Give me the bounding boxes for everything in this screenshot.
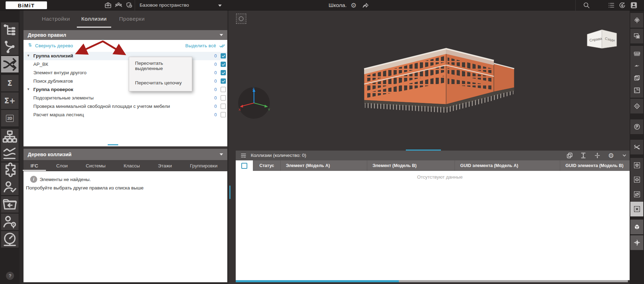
cube-view-button[interactable] (630, 220, 643, 234)
copy-icon[interactable] (566, 152, 573, 159)
tab-checks[interactable]: Проверки (113, 11, 151, 27)
tab-floors[interactable]: Этажи (158, 163, 172, 168)
structure-tree-icon[interactable] (1, 22, 19, 39)
tab-groups[interactable]: Группировки (190, 163, 217, 168)
notifications-sync-icon[interactable] (618, 1, 626, 9)
navigation-cube[interactable]: Справа Сзади (584, 27, 619, 53)
tab-collisions[interactable]: Коллизии (75, 11, 113, 27)
column-guid-a[interactable]: GUID элемента (Модель А) (455, 160, 560, 171)
collision-tree-body: i Элементы не найдены. Попробуйте выбрат… (24, 171, 227, 282)
twod-docs-icon[interactable]: 2D (1, 110, 19, 126)
menu-item-recalc-chain[interactable]: Пересчитать цепочку (129, 74, 192, 91)
account-icon[interactable] (630, 1, 638, 9)
caret-down-icon[interactable]: ▾ (27, 53, 29, 58)
building-model[interactable] (351, 39, 519, 114)
sum-add-icon[interactable]: Σ+ (1, 92, 19, 109)
app-logo[interactable]: BiMiT (6, 1, 47, 9)
rule-checkbox[interactable] (221, 78, 226, 84)
projects-icon[interactable] (104, 1, 112, 9)
locate-icon[interactable] (630, 99, 643, 113)
table-settings-icon[interactable]: ⚙ (607, 152, 615, 159)
tab-systems[interactable]: Системы (86, 163, 106, 168)
column-element-b[interactable]: Элемент (Модель B) (367, 160, 455, 171)
collapse-tree-icon[interactable]: ⇅ (28, 42, 32, 48)
show-elements-icon[interactable] (630, 172, 643, 187)
tree-row[interactable]: Поиск дубликатов 0 (24, 77, 227, 85)
table-menu-icon[interactable] (240, 152, 248, 159)
collision-tree-header[interactable]: Дерево коллизий (24, 149, 227, 160)
sum-icon[interactable]: Σ (1, 75, 19, 91)
user-location-icon[interactable] (1, 214, 19, 230)
rule-checkbox[interactable] (221, 62, 226, 67)
table-scrollbar-track[interactable] (236, 280, 628, 282)
dashboard-gauge-icon[interactable] (1, 231, 19, 248)
column-status[interactable]: Статус (253, 160, 281, 171)
collisions-table-panel: Коллизии (количество: 0) ⚙ Статус Элемен… (236, 150, 644, 282)
tree-row[interactable]: ▾ Группа проверок 0 (24, 85, 227, 94)
collapse-panel-icon[interactable] (620, 152, 628, 159)
tree-row[interactable]: Подозрительные элементы 0 (24, 94, 227, 102)
rules-tree-header[interactable]: Дерево правил (24, 30, 227, 40)
help-button[interactable]: ? (6, 272, 14, 280)
workspace-selector[interactable]: Базовое пространство (140, 0, 189, 11)
chevron-down-icon[interactable] (220, 153, 223, 155)
hide-elements-icon[interactable] (630, 187, 643, 202)
tree-row[interactable]: Элемент внтури другого 0 (24, 69, 227, 77)
rule-checkbox[interactable] (221, 70, 226, 75)
folder-import-icon[interactable] (1, 196, 19, 213)
floorplan-icon[interactable] (630, 83, 643, 98)
table-scrollbar-thumb[interactable] (236, 280, 399, 282)
tab-layers[interactable]: Слои (56, 163, 68, 168)
user-check-icon[interactable] (1, 179, 19, 195)
chevron-down-icon[interactable] (218, 5, 222, 7)
tree-row[interactable]: Проверка минимальной свободной площади с… (24, 102, 227, 111)
tree-row[interactable]: АР_ВК 0 (24, 60, 227, 69)
column-element-a[interactable]: Элемент (Модель А) (281, 160, 367, 171)
rule-checkbox[interactable] (221, 112, 226, 117)
expand-rows-icon[interactable] (579, 152, 587, 159)
isolate-box-icon[interactable] (630, 158, 643, 173)
caret-down-icon[interactable]: ▾ (27, 87, 29, 91)
rule-checkbox[interactable] (221, 104, 226, 109)
collisions-tool-icon[interactable] (1, 56, 19, 72)
focus-selection-icon[interactable] (236, 14, 246, 24)
chevron-down-icon[interactable] (220, 34, 223, 36)
search-icon[interactable] (582, 1, 591, 9)
team-icon[interactable] (114, 1, 123, 9)
horizontal-scroll-indicator[interactable] (406, 150, 441, 151)
tree-row[interactable]: Расчет марша лестниц 0 (24, 111, 227, 119)
flag-icon[interactable] (630, 119, 643, 134)
split-view-icon[interactable] (593, 152, 601, 159)
rules-tree-title: Дерево правил (28, 32, 66, 38)
vertical-scrollbar[interactable] (229, 186, 230, 199)
tab-classes[interactable]: Классы (123, 163, 140, 168)
connections-icon[interactable] (1, 39, 19, 55)
model-tree-icon[interactable] (630, 13, 643, 28)
rule-checkbox[interactable] (221, 95, 226, 101)
selection-sets-icon[interactable] (630, 29, 643, 43)
menu-item-recalc-selected[interactable]: Пересчитать выделенные (129, 57, 192, 74)
collapse-tree-link[interactable]: Свернуть дерево (35, 43, 73, 48)
plugins-icon[interactable] (1, 162, 19, 179)
table-checkbox[interactable] (241, 163, 247, 169)
double-check-icon[interactable] (219, 42, 226, 49)
rule-checkbox[interactable] (221, 87, 226, 92)
settings-gear-icon[interactable]: ⚙ (349, 1, 358, 9)
shield-status-icon[interactable] (125, 1, 133, 9)
horizontal-scrollbar[interactable] (108, 144, 118, 145)
select-all-cell[interactable] (236, 160, 253, 171)
tree-row[interactable]: ▾ Группа коллизий 0 (24, 52, 227, 60)
org-chart-icon[interactable] (1, 129, 19, 145)
share-icon[interactable] (361, 1, 370, 9)
tab-ifc[interactable]: IFC (31, 163, 38, 168)
orbit-button[interactable] (630, 235, 643, 250)
select-all-link[interactable]: Выделить всё (185, 43, 216, 48)
axis-gizmo[interactable]: X Y Z (237, 86, 271, 120)
charts-icon[interactable] (1, 145, 19, 161)
list-menu-icon[interactable] (607, 1, 616, 9)
clear-selection-icon[interactable] (630, 202, 643, 216)
tab-settings[interactable]: Настройки (34, 11, 78, 27)
rule-checkbox[interactable] (221, 53, 226, 58)
rule-count: 0 (214, 60, 217, 69)
collision-pairs-icon[interactable] (630, 140, 643, 154)
